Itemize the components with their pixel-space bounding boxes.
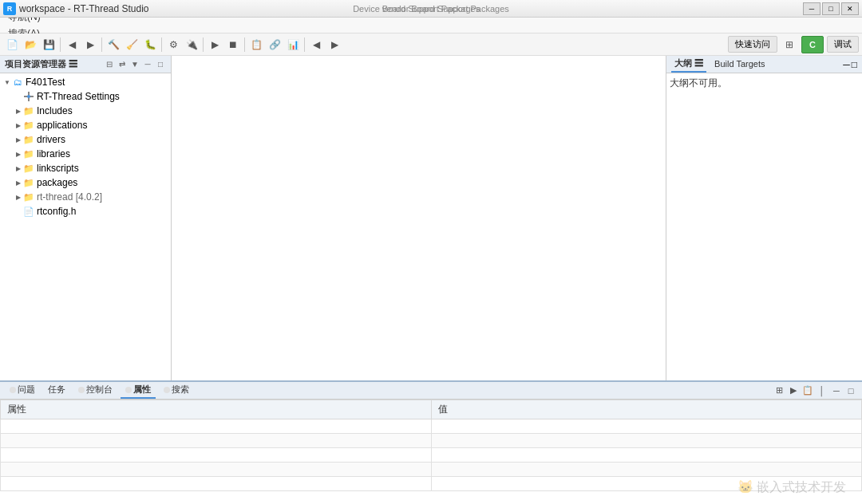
bottom-tab-search[interactable]: 搜索 — [159, 382, 194, 399]
tab-outline[interactable]: 大纲 ☰ — [671, 56, 706, 73]
bottom-icon-2[interactable]: ▶ — [787, 384, 800, 397]
toolbar-extra1[interactable]: ◀ — [307, 36, 325, 53]
bottom-tab-problems[interactable]: 问题 — [5, 382, 40, 399]
tab-indicator-console — [78, 387, 85, 393]
bottom-tab-label-tasks: 任务 — [48, 384, 65, 396]
expand-arrow-rtconfig[interactable] — [14, 207, 22, 215]
bottom-panel: 问题任务控制台属性搜索 ⊞ ▶ 📋 │ ─ □ 属性 值 — [0, 380, 862, 504]
bottom-tab-console[interactable]: 控制台 — [73, 382, 117, 399]
debug-button[interactable]: 调试 — [827, 36, 859, 53]
tree-item-rtconfig[interactable]: 📄rtconfig.h — [0, 204, 171, 219]
toolbar: 📄 📂 💾 ◀ ▶ 🔨 🧹 🐛 ⚙ 🔌 ▶ ⏹ 📋 🔗 📊 ◀ ▶ 快速访问 ⊞… — [0, 33, 862, 56]
toolbar-more3[interactable]: 📊 — [284, 36, 302, 53]
bottom-panel-header: 问题任务控制台属性搜索 ⊞ ▶ 📋 │ ─ □ — [0, 382, 862, 400]
toolbar-more1[interactable]: 📋 — [247, 36, 265, 53]
run-c-button[interactable]: C — [801, 36, 824, 53]
item-icon-f401test: 🗂 — [11, 76, 24, 89]
tree-item-linkscripts[interactable]: ▶📁linkscripts — [0, 161, 171, 175]
tree-item-applications[interactable]: ▶📁applications — [0, 118, 171, 132]
bottom-minimize[interactable]: ─ — [830, 384, 843, 397]
bottom-tab-tasks[interactable]: 任务 — [43, 382, 70, 399]
bottom-tab-label-problems: 问题 — [18, 384, 35, 396]
toolbar-stop[interactable]: ⏹ — [224, 36, 242, 53]
expand-arrow-rt-thread[interactable]: ▶ — [14, 193, 22, 201]
panel-view-menu-icon[interactable]: ▼ — [129, 59, 140, 70]
project-explorer-title: 项目资源管理器 ☰ — [5, 58, 77, 70]
item-icon-linkscripts: 📁 — [22, 162, 35, 175]
tree-item-includes[interactable]: ▶📁Includes — [0, 104, 171, 118]
tree-item-libraries[interactable]: ▶📁libraries — [0, 147, 171, 161]
close-button[interactable]: ✕ — [841, 2, 859, 15]
minimize-panel-icon[interactable]: ─ — [142, 59, 153, 70]
properties-table: 属性 值 — [0, 400, 862, 491]
toolbar-more2[interactable]: 🔗 — [266, 36, 283, 53]
toolbar-forward[interactable]: ▶ — [81, 36, 99, 53]
toolbar-settings[interactable]: ⚙ — [164, 36, 182, 53]
right-panel-minimize[interactable]: ─ — [843, 59, 850, 70]
tree-item-f401test[interactable]: ▼🗂F401Test — [0, 75, 171, 89]
bottom-icon-3[interactable]: 📋 — [801, 384, 814, 397]
expand-arrow-libraries[interactable]: ▶ — [14, 150, 22, 158]
item-label-rtconfig: rtconfig.h — [37, 206, 76, 217]
toolbar-sep-1 — [60, 37, 61, 52]
collapse-all-icon[interactable]: ⊟ — [104, 59, 115, 70]
expand-arrow-drivers[interactable]: ▶ — [14, 136, 22, 144]
bottom-maximize[interactable]: □ — [844, 384, 857, 397]
value-col-header: 值 — [431, 400, 862, 419]
item-label-rt-settings: RT-Thread Settings — [37, 91, 120, 102]
props-row-4 — [1, 477, 862, 491]
link-with-editor-icon[interactable]: ⇄ — [117, 59, 128, 70]
expand-arrow-packages[interactable]: ▶ — [14, 179, 22, 187]
item-icon-applications: 📁 — [22, 119, 35, 132]
tree-item-drivers[interactable]: ▶📁drivers — [0, 132, 171, 147]
maximize-button[interactable]: □ — [822, 2, 840, 15]
tab-indicator-properties — [125, 387, 132, 393]
bottom-icon-sep: │ — [816, 384, 828, 397]
maximize-panel-icon[interactable]: □ — [155, 59, 166, 70]
props-row-1 — [1, 434, 862, 448]
toolbar-layout[interactable]: ⊞ — [781, 36, 798, 53]
expand-arrow-includes[interactable]: ▶ — [14, 107, 22, 115]
toolbar-chip[interactable]: 🔌 — [183, 36, 200, 53]
toolbar-run[interactable]: ▶ — [206, 36, 223, 53]
toolbar-sep-2 — [101, 37, 102, 52]
toolbar-save[interactable]: 💾 — [40, 36, 57, 53]
bottom-icon-1[interactable]: ⊞ — [773, 384, 785, 397]
toolbar-back[interactable]: ◀ — [63, 36, 81, 53]
project-explorer-panel: 项目资源管理器 ☰ ⊟ ⇄ ▼ ─ □ ▼🗂F401TestRT-Thread … — [0, 56, 172, 380]
title-bar: R workspace - RT-Thread Studio Board Sup… — [0, 0, 862, 18]
right-panel-maximize[interactable]: □ — [852, 59, 857, 70]
expand-arrow-applications[interactable]: ▶ — [14, 121, 22, 129]
expand-arrow-f401test[interactable]: ▼ — [3, 78, 11, 86]
upper-area: 项目资源管理器 ☰ ⊟ ⇄ ▼ ─ □ ▼🗂F401TestRT-Thread … — [0, 56, 862, 380]
bottom-panel-icons: ⊞ ▶ 📋 │ ─ □ — [773, 384, 857, 397]
quick-access-button[interactable]: 快速访问 — [728, 36, 777, 53]
toolbar-clean[interactable]: 🧹 — [123, 36, 140, 53]
tree-item-rt-settings[interactable]: RT-Thread Settings — [0, 89, 171, 104]
item-label-linkscripts: linkscripts — [37, 163, 79, 174]
toolbar-extra2[interactable]: ▶ — [326, 36, 343, 53]
minimize-button[interactable]: ─ — [803, 2, 820, 15]
toolbar-right: 快速访问 ⊞ C 调试 — [728, 36, 859, 53]
tree-item-rt-thread[interactable]: ▶📁rt-thread [4.0.2] — [0, 190, 171, 204]
props-cell-value-4 — [431, 477, 862, 491]
expand-arrow-linkscripts[interactable]: ▶ — [14, 164, 22, 172]
item-icon-rt-thread: 📁 — [22, 191, 35, 203]
props-cell-value-0 — [431, 419, 862, 434]
props-cell-value-3 — [431, 463, 862, 477]
bottom-tab-properties[interactable]: 属性 — [121, 382, 156, 399]
tab-build-targets[interactable]: Build Targets — [711, 57, 768, 72]
tree-item-packages[interactable]: ▶📁packages — [0, 175, 171, 190]
expand-arrow-rt-settings[interactable] — [14, 93, 22, 100]
app-icon: R — [3, 2, 16, 15]
item-icon-rtconfig: 📄 — [22, 205, 35, 218]
toolbar-debug[interactable]: 🐛 — [141, 36, 159, 53]
editor-area[interactable] — [172, 56, 666, 380]
item-label-includes: Includes — [37, 105, 73, 116]
toolbar-new[interactable]: 📄 — [3, 36, 21, 53]
tab-indicator-problems — [10, 387, 16, 393]
toolbar-build[interactable]: 🔨 — [105, 36, 122, 53]
toolbar-open[interactable]: 📂 — [22, 36, 39, 53]
item-icon-drivers: 📁 — [22, 133, 35, 146]
tab-indicator-search — [164, 387, 170, 393]
